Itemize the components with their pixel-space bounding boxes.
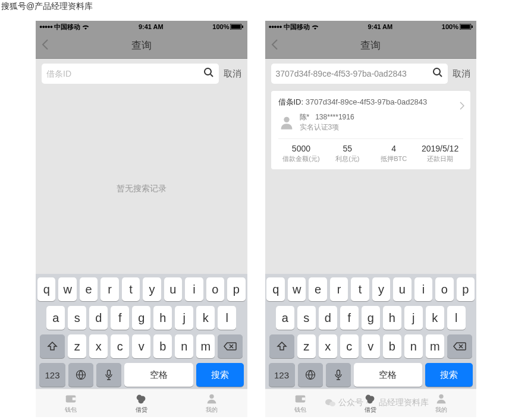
key-mic[interactable]: [96, 363, 121, 387]
key-c[interactable]: c: [111, 334, 129, 358]
key-o[interactable]: o: [206, 277, 224, 301]
key-n[interactable]: n: [175, 334, 193, 358]
back-button[interactable]: [271, 39, 278, 53]
key-k[interactable]: k: [196, 306, 215, 330]
keyboard-row-1: q w e r t y u i o p: [267, 277, 475, 301]
key-e[interactable]: e: [80, 277, 98, 301]
key-t[interactable]: t: [351, 277, 369, 301]
key-g[interactable]: g: [362, 306, 380, 330]
key-l[interactable]: l: [447, 306, 466, 330]
svg-point-3: [205, 68, 211, 75]
nav-bar: 查询: [265, 33, 477, 59]
key-w[interactable]: w: [288, 277, 306, 301]
key-w[interactable]: w: [58, 277, 76, 301]
back-button[interactable]: [42, 39, 49, 53]
tab-mine[interactable]: 我的: [177, 389, 247, 417]
key-shift[interactable]: [40, 334, 65, 358]
key-v[interactable]: v: [132, 334, 150, 358]
key-j[interactable]: j: [404, 306, 423, 330]
key-r[interactable]: r: [100, 277, 118, 301]
key-search[interactable]: 搜索: [425, 363, 473, 387]
key-u[interactable]: u: [164, 277, 182, 301]
key-backspace[interactable]: [447, 334, 472, 358]
key-i[interactable]: i: [185, 277, 203, 301]
key-q[interactable]: q: [266, 277, 284, 301]
key-d[interactable]: d: [319, 306, 337, 330]
key-x[interactable]: x: [319, 334, 337, 358]
stat-btc: 4 抵押BTC: [370, 144, 417, 163]
key-a[interactable]: a: [46, 306, 65, 330]
status-time: 9:41 AM: [367, 23, 392, 30]
key-g[interactable]: g: [132, 306, 150, 330]
tab-loan[interactable]: 借贷: [106, 389, 177, 417]
key-c[interactable]: c: [340, 334, 359, 358]
key-z[interactable]: z: [68, 334, 86, 358]
search-icon[interactable]: [432, 67, 443, 80]
key-p[interactable]: p: [227, 277, 245, 301]
cancel-button[interactable]: 取消: [453, 68, 470, 80]
key-r[interactable]: r: [330, 277, 348, 301]
key-x[interactable]: x: [89, 334, 108, 358]
key-t[interactable]: t: [122, 277, 140, 301]
key-u[interactable]: u: [393, 277, 411, 301]
key-backspace[interactable]: [218, 334, 243, 358]
stat-interest: 55 利息(元): [324, 144, 370, 163]
key-mic[interactable]: [326, 363, 351, 387]
result-stats: 5000 借款金额(元) 55 利息(元) 4 抵押BTC 2019/5/12 …: [278, 138, 464, 163]
key-search[interactable]: 搜索: [196, 363, 244, 387]
key-s[interactable]: s: [68, 306, 86, 330]
key-o[interactable]: o: [435, 277, 453, 301]
search-box[interactable]: [42, 64, 219, 84]
key-s[interactable]: s: [297, 306, 316, 330]
key-n[interactable]: n: [404, 334, 423, 358]
search-box[interactable]: [271, 64, 448, 84]
key-l[interactable]: l: [218, 306, 236, 330]
key-v[interactable]: v: [362, 334, 380, 358]
key-b[interactable]: b: [383, 334, 401, 358]
key-f[interactable]: f: [111, 306, 129, 330]
key-y[interactable]: y: [143, 277, 161, 301]
tab-wallet[interactable]: 钱包: [265, 389, 336, 417]
key-q[interactable]: q: [37, 277, 55, 301]
key-space[interactable]: 空格: [354, 363, 423, 387]
keyboard-row-4: 123 空格 搜索: [37, 363, 246, 387]
key-h[interactable]: h: [153, 306, 172, 330]
key-k[interactable]: k: [426, 306, 444, 330]
key-e[interactable]: e: [309, 277, 326, 301]
key-space[interactable]: 空格: [124, 363, 193, 387]
svg-point-24: [439, 394, 443, 399]
cancel-button[interactable]: 取消: [224, 68, 241, 80]
keyboard-row-1: q w e r t y u i o p: [37, 277, 246, 301]
tab-wallet[interactable]: 钱包: [36, 389, 106, 417]
empty-state-text: 暂无搜索记录: [36, 184, 247, 194]
key-p[interactable]: p: [457, 277, 475, 301]
key-j[interactable]: j: [175, 306, 193, 330]
key-y[interactable]: y: [372, 277, 390, 301]
key-globe[interactable]: [68, 363, 93, 387]
search-icon[interactable]: [203, 67, 214, 80]
key-h[interactable]: h: [383, 306, 401, 330]
phone-screen-right: ●●●●● 中国移动 9:41 AM 100% 查询: [265, 21, 477, 417]
svg-rect-1: [231, 25, 241, 29]
key-m[interactable]: m: [196, 334, 215, 358]
svg-rect-13: [460, 25, 470, 29]
key-b[interactable]: b: [153, 334, 172, 358]
search-input[interactable]: [276, 69, 433, 78]
battery-icon: [460, 24, 473, 30]
key-123[interactable]: 123: [269, 363, 295, 387]
key-123[interactable]: 123: [39, 363, 65, 387]
key-a[interactable]: a: [276, 306, 294, 330]
result-card[interactable]: 借条ID: 3707d34f-89ce-4f53-97ba-0ad2843 陈*…: [271, 91, 471, 169]
key-shift[interactable]: [269, 334, 294, 358]
key-d[interactable]: d: [89, 306, 108, 330]
signal-dots-icon: ●●●●●: [39, 24, 52, 30]
key-i[interactable]: i: [414, 277, 432, 301]
key-f[interactable]: f: [340, 306, 359, 330]
tab-bar: 钱包 借贷 我的: [36, 389, 247, 417]
key-z[interactable]: z: [297, 334, 316, 358]
key-m[interactable]: m: [426, 334, 444, 358]
search-input[interactable]: [46, 69, 203, 78]
search-row: 取消: [265, 59, 477, 89]
key-globe[interactable]: [298, 363, 323, 387]
svg-point-15: [434, 68, 440, 75]
